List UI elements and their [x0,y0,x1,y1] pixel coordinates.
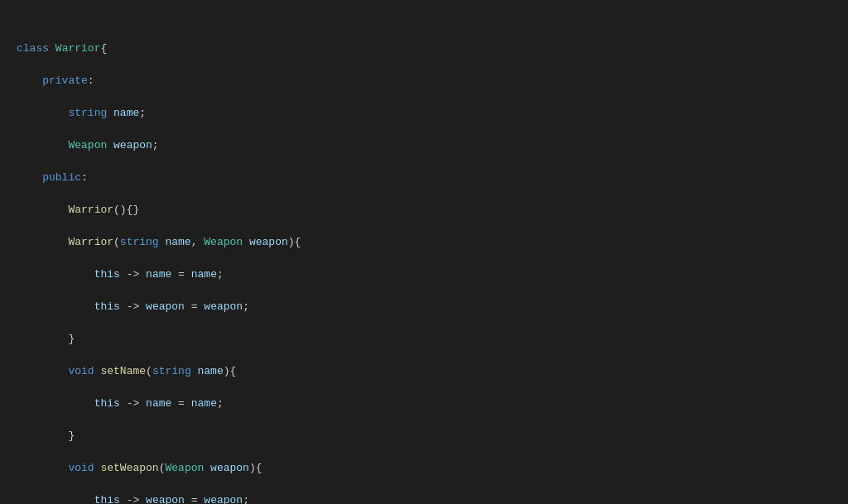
line-7: Warrior(string name, Weapon weapon){ [0,234,848,251]
line-12: this -> name = name; [0,396,848,412]
line-15: this -> weapon = weapon; [0,492,848,504]
line-4: Weapon weapon; [0,137,848,154]
line-5: public: [0,170,848,186]
line-9: this -> weapon = weapon; [0,299,848,315]
line-8: this -> name = name; [0,266,848,283]
line-10: } [0,331,848,348]
line-6: Warrior(){} [0,202,848,218]
line-2: private: [0,73,848,89]
line-14: void setWeapon(Weapon weapon){ [0,460,848,477]
line-13: } [0,428,848,444]
line-11: void setName(string name){ [0,363,848,380]
line-3: string name; [0,105,848,122]
line-1: class Warrior{ [0,41,848,57]
code-editor: class Warrior{ private: string name; Wea… [0,0,848,504]
